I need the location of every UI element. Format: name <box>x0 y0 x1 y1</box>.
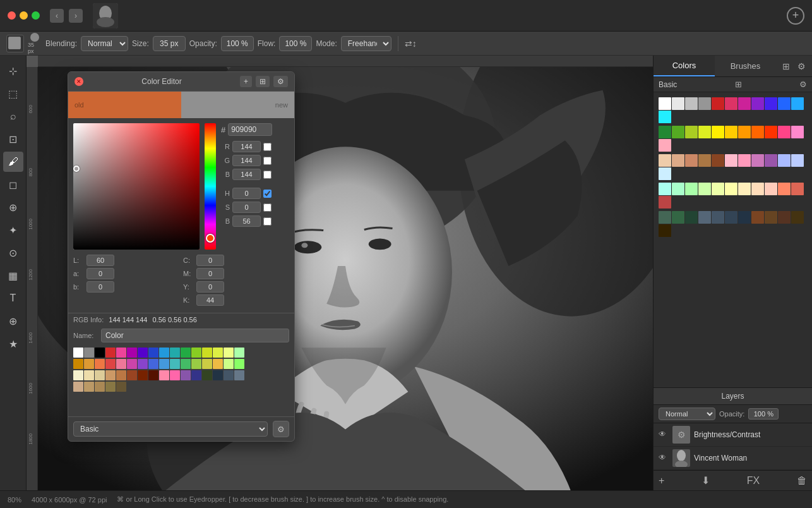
selection-tool-btn[interactable]: ⬚ <box>3 83 23 104</box>
swatch-red[interactable] <box>105 348 116 358</box>
palette-swatch[interactable] <box>725 183 737 195</box>
palette-swatch[interactable] <box>778 183 791 195</box>
add-document-btn[interactable]: + <box>787 7 804 25</box>
layer-item-brightness-contrast[interactable]: 👁 ⚙ Brightness/Contrast <box>654 423 812 447</box>
swatch-black[interactable] <box>95 348 105 358</box>
swatch-yellow-green[interactable] <box>202 348 212 358</box>
swap-icon[interactable]: ⇄↕ <box>405 39 417 49</box>
palette-swatch[interactable] <box>712 97 724 110</box>
b2-input[interactable] <box>232 215 261 227</box>
palette-swatch[interactable] <box>751 97 764 110</box>
palette-swatch[interactable] <box>791 97 804 110</box>
h-checkbox[interactable] <box>263 190 272 198</box>
clone-tool-btn[interactable]: ⊕ <box>3 197 23 217</box>
swatch-orange[interactable] <box>73 359 83 369</box>
swatch-coral[interactable] <box>95 359 105 369</box>
minimize-window-btn[interactable] <box>20 11 28 20</box>
swatch-dark-red[interactable] <box>105 359 116 369</box>
palette-swatch[interactable] <box>751 126 764 138</box>
palette-swatch[interactable] <box>685 97 698 110</box>
layers-opacity-input[interactable] <box>748 408 779 420</box>
swatch-magenta[interactable] <box>127 348 137 358</box>
swatch-jade[interactable] <box>181 359 191 369</box>
old-color-preview[interactable]: old <box>68 92 181 118</box>
hue-bar[interactable] <box>205 123 216 250</box>
palette-swatch[interactable] <box>698 97 711 110</box>
palette-swatch[interactable] <box>672 126 684 138</box>
swatch-maroon[interactable] <box>148 370 158 380</box>
canvas-area[interactable]: 200 400 600 800 1000 1200 1400 1600 1800… <box>27 56 653 490</box>
palette-swatch[interactable] <box>685 183 698 195</box>
palette-swatch[interactable] <box>659 224 671 237</box>
palette-settings-btn[interactable]: ⚙ <box>273 421 289 437</box>
palette-swatch[interactable] <box>672 211 684 224</box>
colors-grid-toggle[interactable]: ⊞ <box>735 80 742 89</box>
h-input[interactable] <box>232 188 261 199</box>
b-val-input[interactable] <box>87 281 114 293</box>
swatch-rose[interactable] <box>116 359 126 369</box>
swatch-green[interactable] <box>181 348 191 358</box>
palette-swatch[interactable] <box>738 154 751 167</box>
gradient-tool-btn[interactable]: ▦ <box>3 265 23 286</box>
palette-swatch[interactable] <box>685 126 698 138</box>
palette-swatch[interactable] <box>725 97 737 110</box>
K-input[interactable] <box>196 294 224 306</box>
palette-swatch[interactable] <box>791 183 804 195</box>
swatch-plum[interactable] <box>181 370 191 380</box>
palette-swatch[interactable] <box>698 211 711 224</box>
palette-swatch[interactable] <box>685 211 698 224</box>
tab-action-gear[interactable]: ⚙ <box>795 59 808 74</box>
layer-visibility-eye[interactable]: 👁 <box>659 430 669 440</box>
palette-swatch[interactable] <box>712 126 724 138</box>
swatch-chocolate[interactable] <box>116 382 126 392</box>
C-input[interactable] <box>196 255 224 266</box>
forward-btn[interactable]: › <box>69 9 83 23</box>
layers-delete-btn[interactable]: 🗑 <box>797 475 807 487</box>
palette-swatch[interactable] <box>659 97 671 110</box>
tab-colors[interactable]: Colors <box>654 56 715 76</box>
g-input[interactable] <box>232 155 261 166</box>
tab-brushes[interactable]: Brushes <box>715 56 776 76</box>
swatch-light-yellow[interactable] <box>224 348 234 358</box>
swatch-honey[interactable] <box>213 359 223 369</box>
back-btn[interactable]: ‹ <box>50 9 64 23</box>
swatch-amber[interactable] <box>84 359 94 369</box>
flow-input[interactable] <box>279 36 312 51</box>
swatch-violet[interactable] <box>127 359 137 369</box>
swatch-purple[interactable] <box>138 348 148 358</box>
name-input[interactable] <box>101 329 289 342</box>
swatch-gold[interactable] <box>202 359 212 369</box>
layer-visibility-eye[interactable]: 👁 <box>659 453 669 463</box>
palette-swatch[interactable] <box>659 154 671 167</box>
swatch-tan[interactable] <box>95 370 105 380</box>
star-tool-btn[interactable]: ★ <box>3 334 23 354</box>
crop-tool-btn[interactable]: ⊡ <box>3 129 23 149</box>
palette-swatch[interactable] <box>659 139 671 152</box>
M-input[interactable] <box>196 268 224 279</box>
palette-swatch[interactable] <box>738 211 751 224</box>
r-input[interactable] <box>232 141 261 152</box>
palette-swatch[interactable] <box>698 154 711 167</box>
swatch-navy[interactable] <box>191 370 201 380</box>
swatch-cobalt[interactable] <box>148 359 158 369</box>
L-input[interactable] <box>87 255 114 266</box>
mode-select[interactable]: Freehand Line <box>341 36 391 51</box>
palette-swatch[interactable] <box>765 154 777 167</box>
r-checkbox[interactable] <box>263 143 272 151</box>
swatch-cream[interactable] <box>73 370 83 380</box>
palette-swatch[interactable] <box>778 211 791 224</box>
swatch-sky[interactable] <box>159 348 169 358</box>
palette-swatch[interactable] <box>659 111 671 123</box>
hex-input[interactable] <box>228 123 272 136</box>
palette-swatch[interactable] <box>751 183 764 195</box>
palette-swatch[interactable] <box>751 211 764 224</box>
new-color-preview[interactable]: new <box>181 92 294 118</box>
palette-swatch[interactable] <box>659 167 671 180</box>
fullscreen-window-btn[interactable] <box>32 11 40 20</box>
b-input[interactable] <box>232 169 261 180</box>
s-checkbox[interactable] <box>263 203 272 212</box>
swatch-caramel[interactable] <box>116 370 126 380</box>
swatch-forest[interactable] <box>202 370 212 380</box>
swatch-salmon[interactable] <box>159 370 169 380</box>
palette-swatch[interactable] <box>751 154 764 167</box>
